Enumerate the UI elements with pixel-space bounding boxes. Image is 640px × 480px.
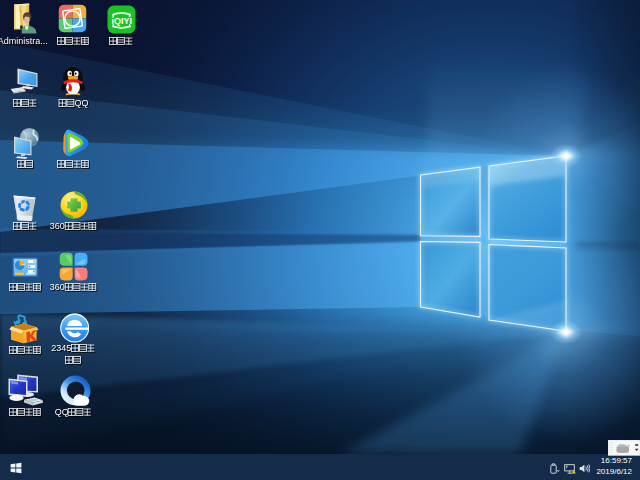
svg-text:2345: 2345 [51, 344, 71, 353]
svg-text:360: 360 [50, 283, 65, 292]
svg-text:iQIYI: iQIYI [111, 16, 132, 26]
svg-text:QQ: QQ [55, 408, 69, 417]
svg-text:360: 360 [50, 222, 65, 231]
svg-text:QQ: QQ [74, 99, 88, 108]
